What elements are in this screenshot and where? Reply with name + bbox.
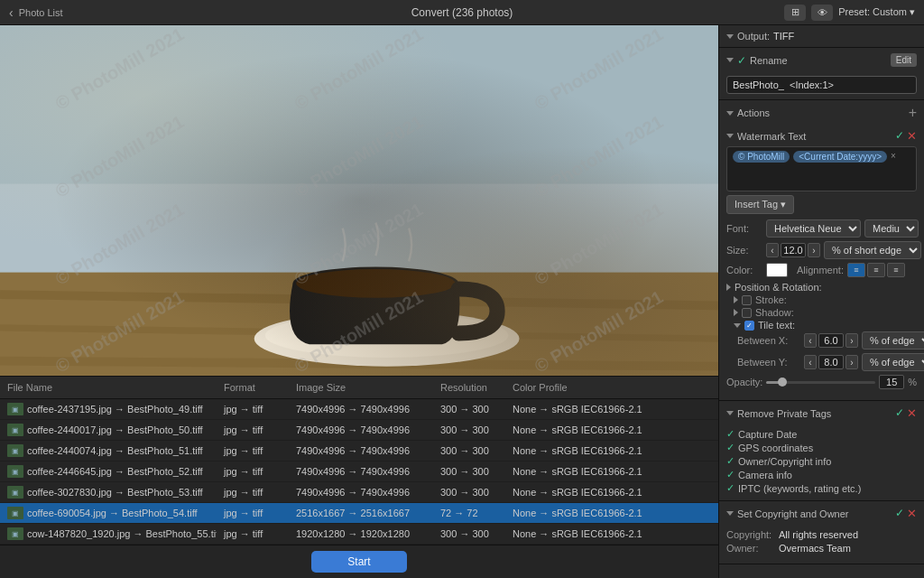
- watermark-tag-x-icon[interactable]: ×: [891, 151, 896, 161]
- cell-filename: ▣ coffee-690054.jpg → BestPhoto_54.tiff: [0, 505, 217, 521]
- between-y-row: Between Y: ‹ › % of edge: [726, 353, 917, 371]
- svg-rect-0: [0, 25, 718, 376]
- photo-list-link[interactable]: Photo List: [19, 7, 63, 18]
- font-weight-select[interactable]: Medium: [864, 219, 919, 238]
- size-stepper: ‹ ›: [766, 243, 820, 257]
- rename-header-left: ✓ Rename: [726, 54, 788, 67]
- tag-item: ✓GPS coordinates: [726, 441, 917, 454]
- rename-header[interactable]: ✓ Rename Edit: [719, 48, 924, 72]
- tile-text-row: Tile text:: [726, 319, 917, 331]
- actions-header[interactable]: Actions +: [719, 100, 924, 126]
- file-thumb-icon: ▣: [7, 527, 23, 540]
- file-thumb-icon: ▣: [7, 507, 23, 519]
- align-left-button[interactable]: ≡: [847, 263, 865, 277]
- file-row[interactable]: ▣ coffee-2437195.jpg → BestPhoto_49.tiff…: [0, 399, 718, 420]
- watermark-remove-icon[interactable]: ✕: [907, 129, 917, 143]
- tag-check-icon: ✓: [726, 428, 735, 440]
- output-header[interactable]: Output: TIFF: [719, 25, 924, 47]
- between-x-increment-button[interactable]: ›: [845, 333, 858, 348]
- remove-tags-header[interactable]: Remove Private Tags ✓ ✕: [719, 401, 924, 425]
- copyright-row: Copyright: All rights reserved: [726, 529, 917, 540]
- position-triangle-icon: [726, 284, 731, 291]
- list-view-button[interactable]: 👁: [811, 5, 833, 21]
- align-right-button[interactable]: ≡: [887, 263, 905, 277]
- cell-size: 7490x4996 → 7490x4996: [289, 423, 433, 437]
- opacity-value-input[interactable]: [879, 375, 904, 389]
- size-decrement-button[interactable]: ‹: [766, 243, 779, 257]
- back-arrow-icon: ‹: [9, 5, 14, 20]
- cell-colorprofile: None → sRGB IEC61966-2.1: [505, 423, 718, 437]
- svg-point-9: [293, 266, 459, 300]
- cell-colorprofile: None → sRGB IEC61966-2.1: [505, 527, 718, 541]
- col-format-header: Format: [217, 380, 289, 395]
- between-y-decrement-button[interactable]: ‹: [804, 355, 817, 369]
- grid-view-button[interactable]: ⊞: [784, 5, 806, 21]
- watermark-tag-photomill: © PhotoMill: [733, 151, 790, 163]
- cell-format: jpg → tiff: [217, 527, 289, 541]
- remove-tags-x-icon[interactable]: ✕: [907, 406, 917, 420]
- between-x-unit-select[interactable]: % of edge: [862, 331, 924, 350]
- between-x-stepper: ‹ ›: [804, 333, 858, 348]
- file-row[interactable]: ▣ coffee-2446645.jpg → BestPhoto_52.tiff…: [0, 461, 718, 482]
- svg-point-7: [254, 311, 520, 366]
- shadow-checkbox[interactable]: [742, 308, 752, 318]
- copyright-x-icon[interactable]: ✕: [907, 507, 917, 520]
- tag-label: Camera info: [738, 470, 792, 480]
- cell-resolution: 300 → 300: [433, 443, 505, 458]
- svg-rect-1: [0, 25, 718, 184]
- actions-triangle-icon: [726, 111, 734, 116]
- preset-label[interactable]: Preset: Custom ▾: [838, 6, 915, 18]
- file-row[interactable]: ▣ coffee-2440074.jpg → BestPhoto_51.tiff…: [0, 441, 718, 461]
- insert-tag-button[interactable]: Insert Tag ▾: [726, 195, 794, 214]
- titlebar-left: ‹ Photo List: [9, 5, 63, 20]
- file-list: File Name Format Image Size Resolution C…: [0, 376, 718, 545]
- font-family-select[interactable]: Helvetica Neue: [766, 219, 861, 238]
- file-row[interactable]: ▣ coffee-2440017.jpg → BestPhoto_50.tiff…: [0, 420, 718, 441]
- tile-checkbox[interactable]: [744, 321, 754, 331]
- file-row[interactable]: ▣ coffee-3027830.jpg → BestPhoto_53.tiff…: [0, 482, 718, 503]
- actions-header-left: Actions: [726, 107, 770, 118]
- size-row: Size: ‹ › % of short edge: [726, 241, 917, 259]
- watermark-text-subsection: Watermark Text ✓ ✕ © PhotoMill <Current …: [726, 129, 917, 389]
- opacity-slider-thumb[interactable]: [778, 378, 787, 387]
- alignment-label: Alignment:: [797, 265, 844, 275]
- copyright-header[interactable]: Set Copyright and Owner ✓ ✕: [719, 501, 924, 526]
- rename-input[interactable]: [726, 76, 917, 94]
- col-filename-header: File Name: [0, 380, 217, 395]
- remove-private-tags-section: Remove Private Tags ✓ ✕ ✓Capture Date✓GP…: [719, 401, 924, 501]
- watermark-text-title: Watermark Text: [726, 131, 806, 142]
- file-row[interactable]: ▣ coffee-690054.jpg → BestPhoto_54.tiff …: [0, 503, 718, 524]
- file-row[interactable]: ▣ cow-1487820_1920.jpg → BestPhoto_55.ti…: [0, 524, 718, 545]
- align-center-button[interactable]: ≡: [867, 263, 885, 277]
- filename-text: cow-1487820_1920.jpg → BestPhoto_55.tiff: [27, 528, 217, 539]
- cell-size: 7490x4996 → 7490x4996: [289, 402, 433, 416]
- font-label: Font:: [726, 223, 762, 234]
- size-value-input[interactable]: [781, 243, 806, 257]
- size-increment-button[interactable]: ›: [808, 243, 820, 257]
- stroke-triangle-icon: [734, 296, 738, 303]
- cell-filename: ▣ coffee-2437195.jpg → BestPhoto_49.tiff: [0, 401, 217, 417]
- between-x-decrement-button[interactable]: ‹: [804, 333, 817, 348]
- actions-add-icon[interactable]: +: [909, 106, 917, 120]
- rename-edit-button[interactable]: Edit: [891, 53, 917, 67]
- between-y-stepper: ‹ ›: [804, 355, 858, 369]
- opacity-slider[interactable]: [766, 381, 875, 384]
- between-y-value-input[interactable]: [818, 355, 844, 369]
- watermark-input-area[interactable]: © PhotoMill <Current Date:yyyy> ×: [726, 146, 917, 191]
- between-x-value-input[interactable]: [818, 333, 844, 348]
- start-button[interactable]: Start: [311, 551, 406, 573]
- stroke-row: Stroke:: [726, 294, 917, 306]
- size-label: Size:: [726, 245, 762, 256]
- color-label: Color:: [726, 265, 762, 275]
- svg-rect-2: [0, 273, 718, 376]
- stroke-checkbox[interactable]: [742, 295, 752, 305]
- color-swatch[interactable]: [766, 263, 788, 277]
- cell-format: jpg → tiff: [217, 423, 289, 437]
- file-thumb-icon: ▣: [7, 424, 23, 436]
- cell-resolution: 300 → 300: [433, 485, 505, 499]
- tag-label: GPS coordinates: [738, 443, 813, 453]
- between-y-increment-button[interactable]: ›: [845, 355, 858, 369]
- size-unit-select[interactable]: % of short edge: [824, 241, 921, 259]
- font-row: Font: Helvetica Neue Medium: [726, 219, 917, 238]
- between-y-unit-select[interactable]: % of edge: [862, 353, 924, 371]
